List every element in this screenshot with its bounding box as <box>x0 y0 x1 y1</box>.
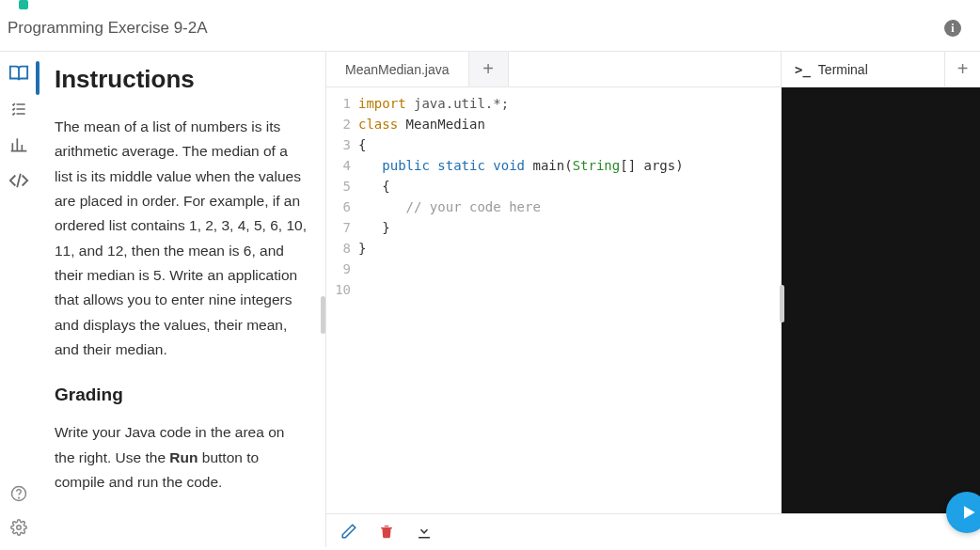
code-line[interactable] <box>358 259 781 279</box>
code-line[interactable]: { <box>358 134 781 155</box>
code-line[interactable]: } <box>358 238 781 259</box>
help-icon[interactable] <box>8 483 29 504</box>
line-number: 3 <box>326 134 351 155</box>
line-number: 2 <box>326 114 351 134</box>
code-line[interactable]: public static void main(String[] args) <box>358 155 781 176</box>
code-lines[interactable]: import java.util.*;class MeanMedian{ pub… <box>358 93 781 513</box>
line-number: 9 <box>326 259 351 279</box>
terminal-tab[interactable]: >_ Terminal <box>782 52 944 86</box>
code-line[interactable]: class MeanMedian <box>358 114 781 134</box>
line-number: 8 <box>326 238 351 259</box>
grading-text-bold: Run <box>169 449 198 465</box>
line-number: 6 <box>326 196 351 217</box>
trash-icon[interactable] <box>377 522 396 541</box>
terminal-tabs: >_ Terminal + <box>781 52 980 87</box>
bar-chart-icon[interactable] <box>8 134 29 155</box>
panel-resizer-left[interactable] <box>320 52 325 547</box>
instructions-panel: Instructions The mean of a list of numbe… <box>38 52 320 547</box>
line-number-gutter: 12345678910 <box>326 93 358 513</box>
terminal-prompt-icon: >_ <box>795 62 811 77</box>
editor-tab-meanmedian[interactable]: MeanMedian.java <box>326 52 469 86</box>
editor-toolbar <box>326 513 980 547</box>
brand-bar <box>0 0 980 9</box>
code-line[interactable]: { <box>358 176 781 196</box>
line-number: 10 <box>326 279 351 300</box>
grading-heading: Grading <box>55 385 308 405</box>
info-icon[interactable]: i <box>944 20 961 37</box>
line-number: 7 <box>326 217 351 238</box>
left-icon-rail <box>0 52 38 547</box>
code-line[interactable]: import java.util.*; <box>358 93 781 114</box>
svg-point-1 <box>18 497 19 498</box>
line-number: 1 <box>326 93 351 114</box>
terminal-body[interactable] <box>781 87 980 513</box>
editor-tab-add[interactable]: + <box>469 52 509 86</box>
grading-body: Write your Java code in the area on the … <box>55 420 308 495</box>
line-number: 4 <box>326 155 351 176</box>
code-icon[interactable] <box>8 170 29 191</box>
panel-resizer-terminal[interactable] <box>780 285 784 322</box>
code-line[interactable]: } <box>358 217 781 238</box>
main-area: Instructions The mean of a list of numbe… <box>0 52 980 547</box>
book-open-icon[interactable] <box>8 63 29 84</box>
exercise-title: Programming Exercise 9-2A <box>8 19 208 38</box>
code-line[interactable]: // your code here <box>358 196 781 217</box>
download-icon[interactable] <box>415 522 434 541</box>
code-line[interactable] <box>358 279 781 300</box>
gear-icon[interactable] <box>8 517 29 538</box>
editor-tabs: MeanMedian.java + <box>326 52 781 87</box>
code-editor[interactable]: 12345678910 import java.util.*;class Mea… <box>326 87 781 513</box>
terminal-tab-label: Terminal <box>818 62 868 77</box>
line-number: 5 <box>326 176 351 196</box>
tabs-row: MeanMedian.java + >_ Terminal + <box>326 52 980 87</box>
instructions-heading: Instructions <box>55 65 308 94</box>
brand-logo <box>19 0 28 9</box>
code-area: MeanMedian.java + >_ Terminal + 12345678… <box>325 52 980 547</box>
svg-point-2 <box>16 526 21 530</box>
terminal-tab-add[interactable]: + <box>944 52 980 86</box>
instructions-body: The mean of a list of numbers is its ari… <box>55 115 308 362</box>
pencil-icon[interactable] <box>340 522 358 541</box>
run-button[interactable] <box>946 492 980 533</box>
checklist-icon[interactable] <box>8 99 29 119</box>
editor-tab-label: MeanMedian.java <box>345 62 450 77</box>
page-header: Programming Exercise 9-2A i <box>0 9 980 52</box>
editor-row: 12345678910 import java.util.*;class Mea… <box>326 87 980 513</box>
